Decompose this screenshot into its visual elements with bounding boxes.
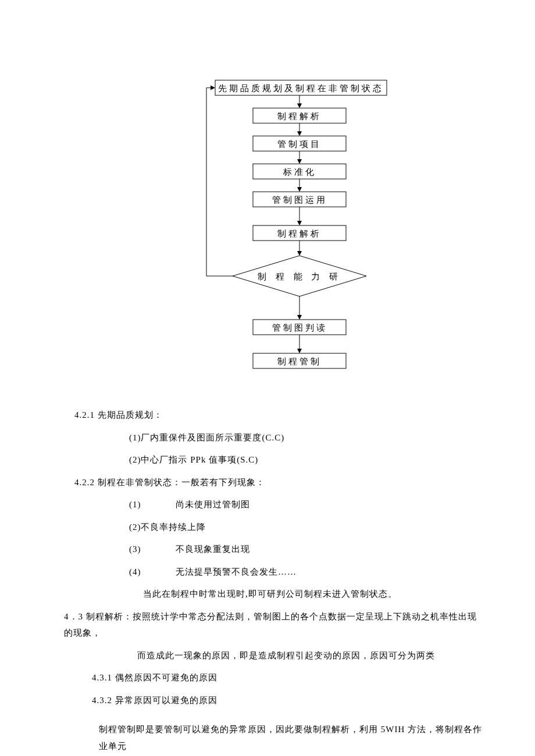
heading-4-3-1: 4.3.1 偶然原因不可避免的原因 — [64, 669, 483, 686]
heading-4-3-2: 4.3.2 异常原因可以避免的原因 — [64, 692, 483, 709]
clause-text: 不良现象重复出现 — [176, 544, 250, 554]
flow-node-2: 制程解析 — [253, 111, 346, 122]
clause-text: 无法提早预警不良会发生…… — [176, 567, 297, 576]
flow-node-8: 管制图判读 — [253, 323, 346, 334]
heading-4-3: 4．3 制程解析：按照统计学中常态分配法则，管制图上的各个点数据一定呈现上下跳动… — [64, 608, 483, 642]
heading-4-2-1: 4.2.1 先期品质规划： — [64, 407, 483, 424]
item-4-2-2-3: (3)不良现象重复出现 — [64, 541, 483, 558]
item-4-2-2-1: (1)尚未使用过管制图 — [64, 496, 483, 513]
flow-node-6: 制程解析 — [253, 228, 346, 239]
flow-node-9: 制程管制 — [253, 356, 346, 367]
document-body: 4.2.1 先期品质规划： (1)厂内重保件及图面所示重要度(C.C) (2)中… — [64, 407, 483, 756]
item-4-2-2-2: (2)不良率持续上降 — [64, 519, 483, 536]
flow-node-4: 标准化 — [253, 167, 346, 178]
heading-4-2-2: 4.2.2 制程在非管制状态：一般若有下列现象： — [64, 474, 483, 491]
clause-num: (1) — [129, 496, 176, 513]
flow-node-7: 制 程 能 力 研 — [233, 271, 366, 282]
flow-node-5: 管制图运用 — [253, 195, 346, 206]
text-4-3-2-p1: 制程管制即是要管制可以避免的异常原因，因此要做制程解析，利用 5WIH 方法，将… — [64, 721, 483, 754]
flow-node-1: 先期品质规划及制程在非管制状态 — [215, 83, 387, 94]
item-4-2-2-4: (4)无法提早预警不良会发生…… — [64, 564, 483, 581]
flowchart: 先期品质规划及制程在非管制状态 制程解析 管制项目 标准化 管制图运用 制程解析… — [122, 76, 425, 384]
clause-num: (3) — [129, 541, 176, 558]
item-4-2-1-1: (1)厂内重保件及图面所示重要度(C.C) — [64, 429, 483, 446]
flow-node-3: 管制项目 — [253, 139, 346, 150]
text-4-3-cont: 而造成此一现象的原因，即是造成制程引起变动的原因，原因可分为两类 — [64, 647, 483, 664]
item-4-2-1-2: (2)中心厂指示 PPk 值事项(S.C) — [64, 452, 483, 468]
clause-num: (4) — [129, 564, 176, 581]
note-4-2-2: 当此在制程中时常出现时,即可研判公司制程未进入管制状态。 — [64, 586, 483, 603]
clause-text: 尚未使用过管制图 — [176, 500, 250, 509]
